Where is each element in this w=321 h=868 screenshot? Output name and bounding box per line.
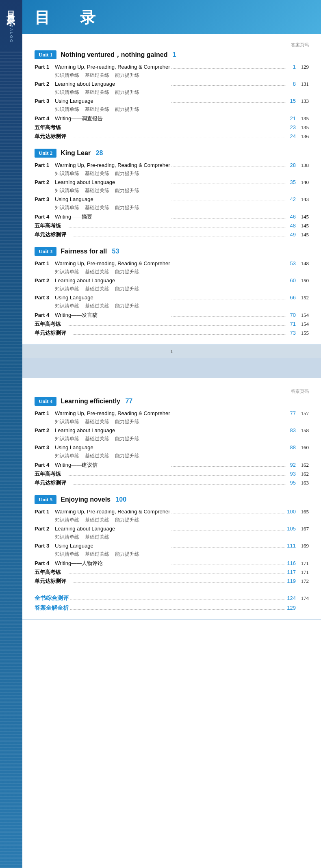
unit-1-title: Nothing ventured，nothing gained 1 (61, 51, 176, 59)
unit4-extra2-row: 单元达标测评 95 163 (35, 479, 309, 487)
unit2-extra1-row: 五年高考练 48 145 (35, 222, 309, 230)
page-header: 目 录 (22, 0, 321, 34)
unit-1-header: Unit 1 Nothing ventured，nothing gained 1 (35, 50, 309, 59)
unit4-part3-subtags: 知识清单练 基础过关练 能力提升练 (35, 452, 309, 461)
dots (69, 475, 286, 476)
unit-5-badge: Unit 5 (35, 495, 56, 504)
unit3-part3-subtags: 知识清单练 基础过关练 能力提升练 (35, 302, 309, 311)
unit3-part1-row: Part 1 Warming Up, Pre-reading, Reading … (35, 260, 309, 267)
unit2-part3-subtags: 知识清单练 基础过关练 能力提升练 (35, 204, 309, 213)
unit4-part1-subtags: 知识清单练 基础过关练 能力提升练 (35, 418, 309, 427)
unit-1: Unit 1 Nothing ventured，nothing gained 1… (35, 50, 309, 141)
unit2-part1-row: Part 1 Warming Up, Pre-reading, Reading … (35, 162, 309, 169)
dots (73, 484, 286, 485)
dots (171, 316, 286, 317)
unit2-part4-row: Part 4 Writing——摘要 46 145 (35, 213, 309, 221)
unit5-part2-row: Part 2 Learning about Language 105 167 (35, 525, 309, 532)
page-footer-1: 1 (22, 345, 321, 358)
dots (69, 574, 285, 574)
dots (171, 282, 286, 282)
unit-5-header: Unit 5 Enjoying novels 100 (35, 495, 309, 504)
dots (171, 299, 286, 299)
sidebar-catalog: CATALOG (9, 18, 13, 43)
unit4-part2-row: Part 2 Learning about Language 83 158 (35, 427, 309, 434)
dots (69, 227, 286, 227)
unit1-extra1-row: 五年高考练 23 135 (35, 123, 309, 132)
unit5-extra2-row: 单元达标测评 119 172 (35, 577, 309, 585)
unit-2: Unit 2 King Lear 28 Part 1 Warming Up, P… (35, 149, 309, 239)
dots (171, 530, 286, 530)
unit-4-title: Learning efficiently 77 (61, 398, 132, 405)
page-title: 目 录 (35, 7, 103, 28)
page-separator (22, 358, 321, 378)
dots (171, 432, 286, 432)
unit5-part3-row: Part 3 Using Language 111 169 (35, 542, 309, 550)
unit1-part3-row: Part 3 Using Language 15 133 (35, 97, 309, 105)
unit1-part3-subtags: 知识清单练 基础过关练 能力提升练 (35, 106, 309, 115)
answer-label-1: 答案页码 (35, 42, 309, 48)
unit-4-badge: Unit 4 (35, 397, 56, 406)
dots (70, 600, 285, 600)
unit-2-header: Unit 2 King Lear 28 (35, 149, 309, 158)
unit4-part2-subtags: 知识清单练 基础过关练 能力提升练 (35, 435, 309, 444)
unit1-part2-row: Part 2 Learning about Language 8 131 (35, 80, 309, 88)
dots (69, 325, 286, 326)
unit4-part4-row: Part 4 Writing——建议信 92 162 (35, 461, 309, 469)
unit4-part1-row: Part 1 Warming Up, Pre-reading, Reading … (35, 410, 309, 417)
dots (171, 466, 286, 467)
unit3-extra2-row: 单元达标测评 73 155 (35, 329, 309, 337)
unit1-extra2-row: 单元达标测评 24 136 (35, 132, 309, 141)
dots (171, 102, 286, 103)
unit5-part2-subtags: 知识清单练 基础过关练 (35, 533, 309, 542)
bottom-item-2-row: 答案全解全析 129 (35, 604, 309, 612)
unit-5: Unit 5 Enjoying novels 100 Part 1 Warmin… (35, 495, 309, 585)
unit2-part1-subtags: 知识清单练 基础过关练 能力提升练 (35, 170, 309, 179)
dots (171, 120, 286, 120)
dots (73, 334, 286, 335)
unit5-extra1-row: 五年高考练 117 171 (35, 568, 309, 576)
unit-4: Unit 4 Learning efficiently 77 Part 1 Wa… (35, 397, 309, 487)
sidebar-title-cn: 目录展示 (6, 4, 16, 14)
bottom-items: 全书综合测评 124 174 答案全解全析 129 (35, 594, 309, 612)
unit5-part1-row: Part 1 Warming Up, Pre-reading, Reading … (35, 508, 309, 515)
sidebar-decoration (0, 52, 22, 868)
unit-3-badge: Unit 3 (35, 247, 56, 256)
unit-2-badge: Unit 2 (35, 149, 56, 158)
sidebar: 目录展示 CATALOG (0, 0, 22, 868)
unit3-part1-subtags: 知识清单练 基础过关练 能力提升练 (35, 268, 309, 277)
unit3-part2-row: Part 2 Learning about Language 60 150 (35, 277, 309, 284)
dots (171, 68, 286, 69)
unit2-extra2-row: 单元达标测评 49 145 (35, 231, 309, 239)
dots (69, 129, 286, 129)
dots (171, 265, 286, 265)
unit3-extra1-row: 五年高考练 71 154 (35, 320, 309, 328)
unit-2-title: King Lear 28 (61, 149, 103, 157)
dots (171, 415, 286, 415)
unit-5-title: Enjoying novels 100 (61, 496, 126, 503)
dots (171, 184, 286, 184)
unit-4-header: Unit 4 Learning efficiently 77 (35, 397, 309, 406)
unit1-part1-row: Part 1 Warming Up, Pre-reading, Reading … (35, 63, 309, 71)
page-section-1: 答案页码 Unit 1 Nothing ventured，nothing gai… (22, 34, 321, 345)
unit-3-title: Fairness for all 53 (61, 248, 119, 255)
dots (73, 582, 285, 583)
unit3-part3-row: Part 3 Using Language 66 152 (35, 294, 309, 301)
unit1-part1-subtags: 知识清单练 基础过关练 能力提升练 (35, 71, 309, 80)
unit-3-header: Unit 3 Fairness for all 53 (35, 247, 309, 256)
unit2-part2-row: Part 2 Learning about Language 35 140 (35, 179, 309, 186)
dots (171, 167, 286, 167)
bottom-item-1-row: 全书综合测评 124 174 (35, 594, 309, 602)
dots (171, 547, 286, 548)
unit4-part3-row: Part 3 Using Language 88 160 (35, 444, 309, 451)
dots (171, 565, 286, 565)
dots (73, 138, 286, 138)
main-content: 目 录 答案页码 Unit 1 Nothing ventured，nothing… (22, 0, 321, 868)
unit5-part1-subtags: 知识清单练 基础过关练 能力提升练 (35, 516, 309, 525)
unit4-extra1-row: 五年高考练 93 162 (35, 470, 309, 478)
unit3-part2-subtags: 知识清单练 基础过关练 能力提升练 (35, 285, 309, 294)
unit5-part4-row: Part 4 Writing——人物评论 116 171 (35, 559, 309, 567)
unit-3: Unit 3 Fairness for all 53 Part 1 Warmin… (35, 247, 309, 337)
dots (171, 218, 286, 219)
dots (73, 236, 286, 236)
unit-1-badge: Unit 1 (35, 50, 56, 59)
